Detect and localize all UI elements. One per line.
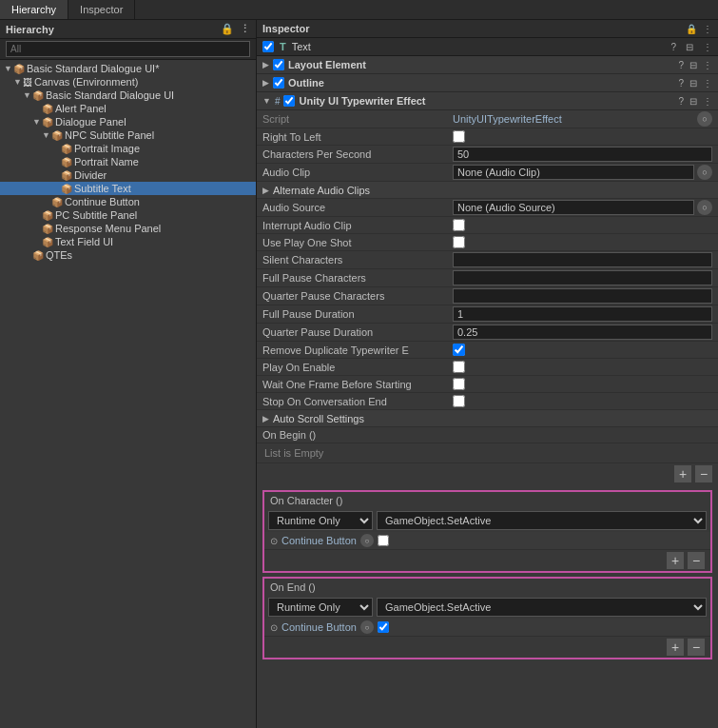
- script-label: Script: [262, 113, 453, 125]
- outline-sliders-icon[interactable]: ⊟: [689, 78, 697, 89]
- hierarchy-search-input[interactable]: [6, 41, 250, 57]
- text-more-icon[interactable]: ⋮: [703, 42, 712, 52]
- remove-duplicate-checkbox[interactable]: [453, 344, 465, 356]
- on-end-plus-button[interactable]: +: [667, 639, 684, 656]
- label-divider: Divider: [74, 169, 107, 181]
- on-begin-minus-button[interactable]: −: [695, 465, 712, 482]
- layout-more-icon[interactable]: ⋮: [703, 60, 712, 70]
- prop-use-play-one-shot: Use Play One Shot: [257, 234, 718, 251]
- audio-clip-input[interactable]: [453, 165, 694, 180]
- alt-audio-clips-row[interactable]: ▶ Alternate Audio Clips: [257, 182, 718, 199]
- layout-help-icon[interactable]: ?: [678, 60, 684, 70]
- on-end-select-method[interactable]: GameObject.SetActive: [377, 598, 707, 617]
- on-character-minus-button[interactable]: −: [688, 552, 705, 569]
- text-component-checkbox[interactable]: [262, 41, 274, 52]
- audio-source-label: Audio Source: [262, 202, 453, 213]
- full-pause-duration-input[interactable]: [453, 306, 712, 322]
- tree-item-subtitle-text[interactable]: 📦 Subtitle Text: [0, 182, 256, 195]
- tree-item-divider[interactable]: 📦 Divider: [0, 168, 256, 182]
- stop-on-conversation-end-value: [453, 395, 712, 407]
- prop-silent-characters: Silent Characters: [257, 251, 718, 269]
- silent-characters-label: Silent Characters: [262, 254, 453, 266]
- outline-header[interactable]: ▶ Outline ? ⊟ ⋮: [257, 74, 718, 92]
- outline-icons: ? ⊟ ⋮: [678, 78, 712, 89]
- use-play-one-shot-label: Use Play One Shot: [262, 237, 453, 248]
- typewriter-arrow: ▼: [262, 96, 271, 106]
- audio-source-circle-btn[interactable]: ○: [697, 200, 712, 215]
- on-character-obj-checkbox[interactable]: [378, 535, 389, 546]
- use-play-one-shot-value: [453, 236, 712, 248]
- tree-item-basic-standard[interactable]: ▼ 📦 Basic Standard Dialogue UI*: [0, 62, 256, 75]
- silent-characters-value: [453, 252, 712, 267]
- tree-item-pc-subtitle-panel[interactable]: 📦 PC Subtitle Panel: [0, 208, 256, 222]
- typewriter-more-icon[interactable]: ⋮: [703, 96, 712, 107]
- arrow-bsd-ui: ▼: [23, 90, 32, 100]
- prop-stop-on-conversation-end: Stop On Conversation End: [257, 393, 718, 410]
- auto-scroll-settings-row[interactable]: ▶ Auto Scroll Settings: [257, 410, 718, 427]
- on-character-select-runtime[interactable]: Runtime Only: [268, 511, 373, 530]
- remove-duplicate-value: [453, 344, 712, 356]
- on-character-select-method[interactable]: GameObject.SetActive: [377, 511, 707, 530]
- tree-item-npc-subtitle-panel[interactable]: ▼ 📦 NPC Subtitle Panel: [0, 128, 256, 142]
- typewriter-sliders-icon[interactable]: ⊟: [689, 96, 697, 107]
- tree-item-bsd-ui[interactable]: ▼ 📦 Basic Standard Dialogue UI: [0, 89, 256, 102]
- tree-item-portrait-image[interactable]: 📦 Portrait Image: [0, 142, 256, 155]
- audio-source-input[interactable]: [453, 200, 694, 215]
- tree-item-continue-button[interactable]: 📦 Continue Button: [0, 195, 256, 208]
- on-end-select-runtime[interactable]: Runtime Only: [268, 598, 373, 617]
- on-character-obj-circle-btn[interactable]: ○: [360, 534, 374, 547]
- wait-one-frame-checkbox[interactable]: [453, 378, 465, 390]
- quarter-pause-duration-input[interactable]: [453, 325, 712, 340]
- tree-item-dialogue-panel[interactable]: ▼ 📦 Dialogue Panel: [0, 115, 256, 128]
- on-end-obj-circle-btn[interactable]: ○: [360, 620, 374, 634]
- more-icon[interactable]: ⋮: [240, 23, 250, 35]
- typewriter-header[interactable]: ▼ # Unity UI Typewriter Effect ? ⊟ ⋮: [257, 92, 718, 110]
- outline-more-icon[interactable]: ⋮: [703, 78, 712, 89]
- text-help-icon[interactable]: ?: [670, 42, 676, 52]
- layout-element-checkbox[interactable]: [273, 59, 284, 70]
- lock-icon[interactable]: 🔒: [221, 23, 234, 35]
- layout-sliders-icon[interactable]: ⊟: [689, 60, 697, 70]
- layout-element-header[interactable]: ▶ Layout Element ? ⊟ ⋮: [257, 56, 718, 74]
- tree-item-qtes[interactable]: 📦 QTEs: [0, 248, 256, 262]
- right-to-left-checkbox[interactable]: [453, 130, 465, 143]
- inspector-header: Inspector 🔒 ⋮: [257, 20, 718, 38]
- hierarchy-tab[interactable]: Hierarchy: [0, 0, 68, 19]
- inspector-lock-icon[interactable]: 🔒: [686, 24, 697, 34]
- full-pause-characters-input[interactable]: [453, 270, 712, 285]
- prop-wait-one-frame: Wait One Frame Before Starting: [257, 376, 718, 393]
- chars-per-second-value: [453, 147, 712, 162]
- script-circle-btn[interactable]: ○: [697, 111, 712, 127]
- outline-checkbox[interactable]: [273, 77, 284, 89]
- on-begin-plus-button[interactable]: +: [674, 465, 691, 482]
- list-empty-text: List is Empty: [257, 443, 718, 462]
- typewriter-help-icon[interactable]: ?: [678, 96, 684, 107]
- audio-source-value: ○: [453, 200, 712, 215]
- prop-full-pause-characters: Full Pause Characters: [257, 269, 718, 287]
- text-sliders-icon[interactable]: ⊟: [686, 42, 693, 52]
- tree-item-alert-panel[interactable]: 📦 Alert Panel: [0, 102, 256, 115]
- typewriter-checkbox[interactable]: [283, 95, 295, 107]
- chars-per-second-input[interactable]: [453, 147, 712, 162]
- on-end-obj-checkbox[interactable]: [378, 621, 389, 633]
- tree-item-text-field-ui[interactable]: 📦 Text Field UI: [0, 235, 256, 248]
- stop-on-conversation-end-checkbox[interactable]: [453, 395, 465, 407]
- tree-item-portrait-name[interactable]: 📦 Portrait Name: [0, 155, 256, 168]
- label-portrait-image: Portrait Image: [74, 143, 140, 154]
- quarter-pause-characters-input[interactable]: [453, 288, 712, 304]
- interrupt-audio-clip-checkbox[interactable]: [453, 219, 465, 231]
- play-on-enable-checkbox[interactable]: [453, 361, 465, 373]
- full-pause-duration-label: Full Pause Duration: [262, 308, 453, 320]
- inspector-more-icon[interactable]: ⋮: [703, 24, 712, 34]
- on-end-minus-button[interactable]: −: [688, 639, 705, 656]
- outline-help-icon[interactable]: ?: [678, 78, 684, 89]
- on-end-obj-label: Continue Button: [281, 621, 357, 633]
- on-character-plus-button[interactable]: +: [667, 552, 684, 569]
- quarter-pause-duration-value: [453, 325, 712, 340]
- use-play-one-shot-checkbox[interactable]: [453, 236, 465, 248]
- audio-clip-circle-btn[interactable]: ○: [697, 165, 712, 180]
- tree-item-response-menu-panel[interactable]: 📦 Response Menu Panel: [0, 222, 256, 235]
- tree-item-canvas[interactable]: ▼ 🖼 Canvas (Environment): [0, 75, 256, 89]
- inspector-tab[interactable]: Inspector: [68, 0, 135, 19]
- silent-characters-input[interactable]: [453, 252, 712, 267]
